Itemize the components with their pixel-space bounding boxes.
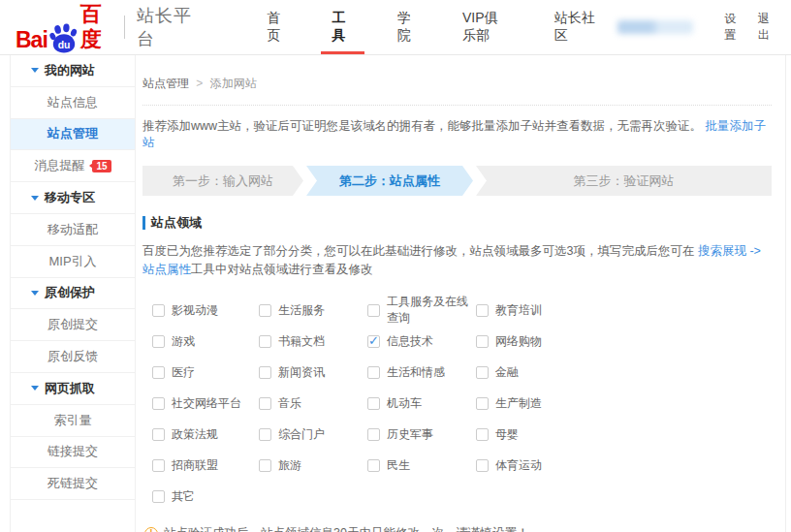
category-checkbox-item[interactable]: 金融: [476, 357, 772, 388]
username-redacted[interactable]: [617, 20, 693, 34]
checkbox-icon[interactable]: [152, 366, 165, 379]
checkbox-icon[interactable]: [259, 366, 271, 379]
category-checkbox-item[interactable]: 书籍文档: [259, 326, 367, 357]
category-checkbox-item[interactable]: 机动车: [367, 388, 476, 419]
category-checkbox-item[interactable]: 综合门户: [259, 419, 367, 450]
warning-circle-icon: !: [144, 527, 158, 532]
category-checkbox-item[interactable]: 政策法规: [152, 419, 259, 450]
sidebar-section-original-protection[interactable]: 原创保护: [11, 278, 135, 310]
category-label: 教育培训: [495, 302, 542, 319]
category-label: 社交网络平台: [172, 395, 241, 412]
sidebar-item-index-volume[interactable]: 索引量: [11, 405, 135, 437]
checkbox-icon[interactable]: [367, 459, 380, 472]
category-label: 书籍文档: [278, 333, 325, 350]
search-display-link[interactable]: 搜索展现: [698, 244, 746, 258]
checkbox-icon[interactable]: [367, 366, 380, 379]
svg-text:du: du: [57, 40, 70, 50]
nav-item-community[interactable]: 站长社区: [541, 0, 609, 54]
sidebar-item-label: 原创提交: [47, 316, 98, 333]
category-grid: 影视动漫 生活服务 工具服务及在线查询 教育培训 游戏 书籍文档 信息技术 网络…: [152, 295, 772, 512]
category-checkbox-item[interactable]: 招商联盟: [152, 450, 259, 481]
category-checkbox-item[interactable]: 新闻资讯: [259, 357, 367, 388]
checkbox-icon[interactable]: [259, 397, 271, 410]
breadcrumb-parent-link[interactable]: 站点管理: [142, 77, 189, 90]
sidebar-item-dead-link-submit[interactable]: 死链提交: [11, 468, 135, 500]
category-label: 医疗: [172, 364, 195, 381]
nav-item-home[interactable]: 首页: [253, 0, 301, 54]
category-checkbox-item[interactable]: 网络购物: [476, 326, 772, 357]
category-checkbox-item[interactable]: 工具服务及在线查询: [367, 295, 476, 326]
sidebar-item-message-alerts[interactable]: 消息提醒 15: [11, 150, 135, 182]
sidebar-section-mobile-zone[interactable]: 移动专区: [11, 182, 135, 214]
nav-item-academy[interactable]: 学院: [384, 0, 431, 54]
checkbox-icon[interactable]: [476, 304, 489, 317]
sidebar-item-link-submit[interactable]: 链接提交: [11, 437, 135, 469]
category-label: 母婴: [495, 426, 519, 443]
category-checkbox-item[interactable]: 体育运动: [476, 450, 772, 481]
baidu-logo[interactable]: Bai du 百度: [16, 2, 111, 52]
sidebar-item-site-info[interactable]: 站点信息: [11, 87, 135, 119]
checkbox-icon[interactable]: [152, 490, 165, 503]
category-checkbox-item[interactable]: 民生: [367, 450, 476, 481]
checkbox-icon[interactable]: [476, 335, 489, 348]
checkbox-icon[interactable]: [476, 428, 489, 441]
category-checkbox-item[interactable]: 医疗: [152, 357, 259, 388]
checkbox-icon[interactable]: [152, 397, 165, 410]
sidebar-item-label: 站点管理: [47, 125, 98, 142]
logo-text-baidu-cn: 百度: [80, 2, 111, 52]
category-checkbox-item[interactable]: 教育培训: [476, 295, 772, 326]
checkbox-icon[interactable]: [259, 335, 271, 348]
sidebar-item-mip-import[interactable]: MIP引入: [11, 246, 135, 278]
category-checkbox-item[interactable]: 生产制造: [476, 388, 772, 419]
checkbox-icon[interactable]: [259, 304, 271, 317]
sidebar-section-page-crawl[interactable]: 网页抓取: [11, 373, 135, 405]
checkbox-icon[interactable]: [367, 428, 380, 441]
checkbox-icon[interactable]: [476, 459, 489, 472]
site-properties-link[interactable]: 站点属性: [142, 263, 191, 276]
checkbox-icon[interactable]: [259, 459, 271, 472]
step-3-verify-site: 第三步：验证网站: [476, 166, 772, 196]
checkbox-icon[interactable]: [152, 459, 165, 472]
category-checkbox-item[interactable]: 旅游: [259, 450, 367, 481]
category-checkbox-item[interactable]: 母婴: [476, 419, 772, 450]
checkbox-icon[interactable]: [259, 428, 271, 441]
nav-item-tools[interactable]: 工具: [319, 0, 366, 54]
sidebar-item-original-feedback[interactable]: 原创反馈: [11, 341, 135, 373]
checkbox-icon[interactable]: [152, 335, 165, 348]
sidebar-item-label: 索引量: [54, 412, 92, 429]
desc-arrow: ->: [746, 244, 761, 258]
logout-link[interactable]: 退出: [758, 11, 777, 44]
sidebar-item-mobile-adaptation[interactable]: 移动适配: [11, 214, 135, 246]
category-checkbox-item[interactable]: 影视动漫: [152, 295, 259, 326]
category-checkbox-item[interactable]: 社交网络平台: [152, 388, 259, 419]
sidebar-section-my-sites[interactable]: 我的网站: [11, 55, 135, 87]
sidebar-item-site-management[interactable]: 站点管理: [11, 119, 135, 151]
checkbox-icon[interactable]: [476, 366, 489, 379]
category-label: 生产制造: [495, 395, 542, 412]
checkbox-icon[interactable]: [367, 397, 380, 410]
checkbox-icon[interactable]: [152, 304, 165, 317]
category-checkbox-item[interactable]: 其它: [152, 481, 259, 512]
top-header: Bai du 百度 站长平台 首页 工具 学院 VIP俱乐部 站长社区: [0, 0, 791, 55]
checkbox-icon[interactable]: [476, 397, 489, 410]
sidebar-section-label: 移动专区: [45, 189, 95, 206]
checkbox-icon[interactable]: [152, 428, 165, 441]
category-label: 网络购物: [495, 333, 542, 350]
section-title-site-domain: 站点领域: [142, 214, 772, 232]
settings-link[interactable]: 设置: [724, 11, 744, 44]
header-divider: [124, 16, 125, 39]
checkbox-checked-icon[interactable]: [367, 335, 380, 348]
category-label: 信息技术: [387, 333, 433, 350]
checkbox-icon[interactable]: [367, 304, 380, 317]
breadcrumb-current: 添加网站: [210, 77, 257, 90]
category-label: 机动车: [387, 395, 422, 412]
sidebar-item-original-submit[interactable]: 原创提交: [11, 309, 135, 341]
category-checkbox-item[interactable]: 生活服务: [259, 295, 367, 326]
category-checkbox-item[interactable]: 历史军事: [367, 419, 476, 450]
category-checkbox-item[interactable]: 游戏: [152, 326, 259, 357]
category-checkbox-item[interactable]: 生活和情感: [367, 357, 476, 388]
category-checkbox-item-checked[interactable]: 信息技术: [367, 326, 476, 357]
category-label: 旅游: [278, 457, 301, 474]
nav-item-vip-club[interactable]: VIP俱乐部: [449, 0, 523, 54]
category-checkbox-item[interactable]: 音乐: [259, 388, 367, 419]
